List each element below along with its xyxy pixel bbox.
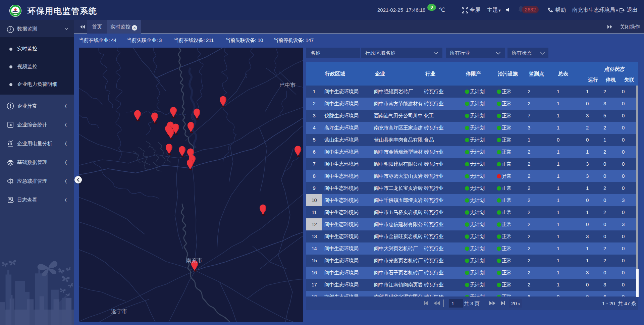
svg-text:巴中市: 巴中市 — [279, 82, 296, 88]
svg-text:南充市: 南充市 — [186, 258, 202, 263]
svg-text:遂宁市: 遂宁市 — [111, 309, 127, 314]
